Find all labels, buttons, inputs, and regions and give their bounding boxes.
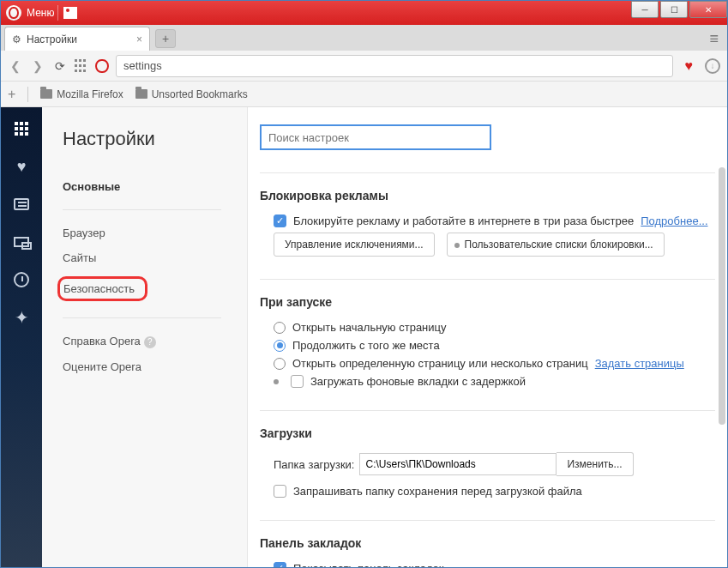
- news-rail-icon[interactable]: [12, 195, 31, 214]
- flag-icon[interactable]: [63, 7, 77, 19]
- separator: [57, 5, 58, 21]
- url-text: settings: [123, 59, 162, 72]
- section-adblock: Блокировка рекламы ✓ Блокируйте рекламу …: [260, 172, 715, 257]
- new-tab-button[interactable]: +: [155, 29, 176, 48]
- startup-radio-pages[interactable]: [274, 358, 286, 370]
- dot-icon: [454, 243, 460, 248]
- download-folder-label: Папка загрузки:: [274, 458, 354, 471]
- nav-security-label: Безопасность: [57, 276, 147, 301]
- tab-close-button[interactable]: ×: [136, 33, 142, 45]
- section-downloads: Загрузки Папка загрузки: Изменить... Зап…: [260, 410, 715, 498]
- page-title: Настройки: [63, 128, 247, 150]
- block-lists-button[interactable]: Пользовательские списки блокировки...: [447, 233, 665, 257]
- checkbox-label: Показывать панель закладок: [293, 562, 444, 567]
- separator: [63, 317, 221, 318]
- tab-title: Настройки: [27, 33, 77, 45]
- speed-dial-rail-icon[interactable]: [12, 119, 31, 138]
- window-titlebar: Меню ─ ☐ ✕: [1, 1, 727, 25]
- extensions-rail-icon[interactable]: ✦: [12, 308, 31, 327]
- section-heading: Панель закладок: [260, 536, 715, 550]
- bookmark-heart-icon[interactable]: ♥: [685, 58, 694, 74]
- opera-logo-icon[interactable]: [6, 5, 21, 21]
- sidebar-rail: ♥ ✦: [1, 107, 42, 567]
- nav-rate[interactable]: Оцените Opera: [63, 354, 247, 379]
- bookmark-folder[interactable]: Unsorted Bookmarks: [135, 88, 248, 100]
- nav-security[interactable]: Безопасность: [63, 270, 247, 307]
- button-label: Пользовательские списки блокировки...: [465, 239, 653, 251]
- checkbox-label: Загружать фоновые вкладки с задержкой: [310, 375, 526, 388]
- set-pages-link[interactable]: Задать страницы: [595, 357, 684, 370]
- add-bookmark-button[interactable]: +: [8, 87, 15, 102]
- settings-search-input[interactable]: [260, 124, 491, 150]
- checkbox-label: Запрашивать папку сохранения перед загру…: [293, 485, 582, 498]
- tabs-rail-icon[interactable]: [12, 233, 31, 251]
- startup-radio-home[interactable]: [274, 322, 286, 334]
- bookmark-label: Mozilla Firefox: [57, 88, 123, 100]
- tab-settings[interactable]: ⚙ Настройки ×: [4, 27, 150, 51]
- address-bar[interactable]: settings: [116, 55, 673, 77]
- tab-strip: ⚙ Настройки × + ≡: [1, 25, 727, 51]
- gear-icon: ⚙: [12, 33, 21, 45]
- settings-nav: Настройки Основные Браузер Сайты Безопас…: [42, 107, 248, 567]
- bookmarks-bar: + Mozilla Firefox Unsorted Bookmarks: [1, 82, 727, 107]
- reload-button[interactable]: ⟳: [52, 59, 68, 73]
- manage-exceptions-button[interactable]: Управление исключениями...: [274, 233, 435, 257]
- separator: [27, 87, 28, 102]
- back-button[interactable]: ❮: [8, 59, 23, 73]
- adblock-more-link[interactable]: Подробнее...: [641, 215, 707, 227]
- history-rail-icon[interactable]: [12, 270, 31, 289]
- ask-folder-checkbox[interactable]: [274, 485, 286, 498]
- bookmark-folder[interactable]: Mozilla Firefox: [40, 88, 123, 100]
- scrollbar[interactable]: [719, 167, 725, 425]
- settings-content: Блокировка рекламы ✓ Блокируйте рекламу …: [248, 107, 727, 567]
- nav-basic[interactable]: Основные: [63, 174, 247, 199]
- change-folder-button[interactable]: Изменить...: [557, 452, 633, 476]
- toolbar: ❮ ❯ ⟳ settings ♥ ↓: [1, 51, 727, 82]
- radio-label: Открыть определенную страницу или нескол…: [292, 357, 588, 370]
- tab-menu-button[interactable]: ≡: [709, 30, 719, 48]
- bookmarks-rail-icon[interactable]: ♥: [12, 157, 31, 176]
- section-bookmarks-panel: Панель закладок ✓Показывать панель закла…: [260, 520, 715, 567]
- bookmark-label: Unsorted Bookmarks: [152, 88, 248, 100]
- speed-dial-icon[interactable]: [75, 59, 88, 73]
- help-icon: ?: [144, 336, 156, 348]
- downloads-button[interactable]: ↓: [705, 58, 720, 74]
- radio-label: Продолжить с того же места: [292, 339, 440, 352]
- delay-checkbox[interactable]: [291, 375, 304, 388]
- startup-radio-continue[interactable]: [274, 340, 286, 352]
- main-area: ♥ ✦ Настройки Основные Браузер Сайты Без…: [1, 107, 727, 567]
- dot-icon: [274, 379, 279, 384]
- section-startup: При запуске Открыть начальную страницу П…: [260, 279, 715, 388]
- radio-label: Открыть начальную страницу: [292, 321, 447, 334]
- folder-icon: [40, 89, 52, 99]
- nav-sites[interactable]: Сайты: [63, 245, 247, 270]
- show-bookmarks-checkbox[interactable]: ✓: [274, 562, 286, 567]
- section-heading: Загрузки: [260, 426, 715, 440]
- menu-button[interactable]: Меню: [27, 7, 54, 19]
- folder-icon: [135, 89, 147, 99]
- window-maximize-button[interactable]: ☐: [660, 1, 688, 18]
- opera-badge-icon: [95, 59, 109, 73]
- window-close-button[interactable]: ✕: [689, 1, 727, 18]
- nav-help-label: Справка Opera: [63, 335, 141, 347]
- section-heading: При запуске: [260, 295, 715, 309]
- window-minimize-button[interactable]: ─: [631, 1, 659, 18]
- section-heading: Блокировка рекламы: [260, 189, 715, 202]
- forward-button[interactable]: ❯: [30, 59, 45, 73]
- adblock-label: Блокируйте рекламу и работайте в интерне…: [293, 215, 634, 227]
- separator: [63, 209, 221, 210]
- nav-browser[interactable]: Браузер: [63, 221, 247, 245]
- download-path-input[interactable]: [359, 453, 557, 475]
- nav-help[interactable]: Справка Opera?: [63, 329, 247, 354]
- adblock-checkbox[interactable]: ✓: [274, 215, 286, 227]
